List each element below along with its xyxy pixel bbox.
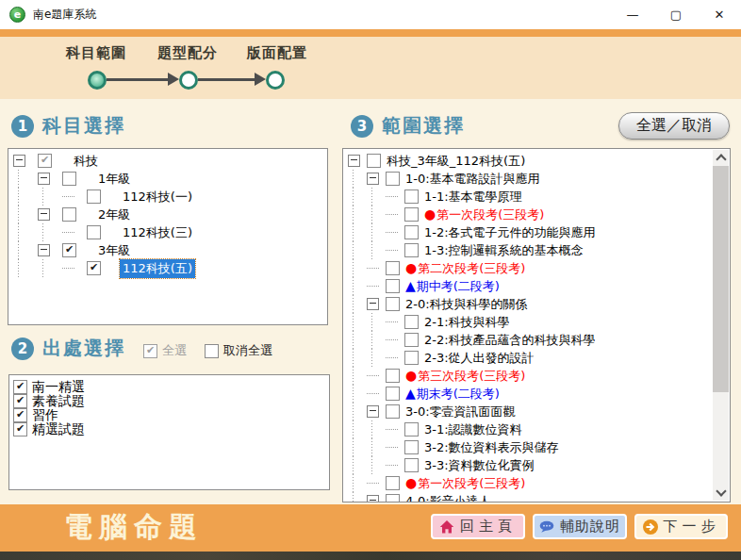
tree-item-label[interactable]: ▲期中考(二段考) (403, 277, 502, 296)
tree-checkbox[interactable] (404, 422, 419, 436)
tree-checkbox[interactable] (404, 225, 419, 239)
step-circle-1-active-icon (88, 71, 107, 90)
tree-checkbox[interactable] (87, 189, 101, 204)
tree-item-label[interactable]: 1-0:基本電路設計與應用 (403, 170, 543, 189)
tree-item-label[interactable]: ●第二次段考(三段考) (403, 259, 528, 278)
tree-item-label[interactable]: ●第一次段考(三段考) (403, 474, 528, 493)
help-button[interactable]: 輔助說明 (533, 514, 627, 539)
tree-checkbox[interactable] (386, 297, 400, 311)
tree-item-label[interactable]: 3-0:零壹資訊面面觀 (403, 403, 519, 421)
tree-guide-line (13, 170, 38, 188)
tree-checkbox[interactable] (87, 225, 101, 239)
scroll-up-button[interactable] (713, 150, 729, 165)
tree-item-label[interactable]: 2年級 (95, 206, 133, 224)
tree-item-label[interactable]: 3-2:數位資料表示與儲存 (421, 438, 562, 457)
maximize-button[interactable]: ▢ (654, 0, 698, 29)
tree-item-label[interactable]: 2-2:科技產品蘊含的科技與科學 (421, 331, 599, 350)
source-item-checkbox[interactable]: ✔ (13, 408, 27, 422)
vertical-scrollbar[interactable] (713, 150, 729, 501)
tree-collapse-minus-icon[interactable] (38, 244, 50, 256)
tree-item-label[interactable]: 3-3:資料數位化實例 (421, 456, 537, 475)
tree-row: 2-3:從人出發的設計 (348, 349, 711, 367)
close-button[interactable]: ✕ (698, 0, 741, 29)
tree-checkbox[interactable] (404, 315, 419, 329)
tree-checkbox[interactable] (386, 261, 400, 275)
tree-collapse-minus-icon[interactable] (367, 495, 379, 502)
tree-collapse-minus-icon[interactable] (38, 208, 50, 221)
tree-item-label[interactable]: 112科技(一) (120, 188, 195, 206)
tree-item-label[interactable]: 科技 (71, 152, 101, 171)
tree-item-label[interactable]: ▲期末考(二段考) (403, 385, 502, 404)
tree-checkbox[interactable] (404, 243, 419, 257)
tree-checkbox[interactable]: ✔ (87, 261, 101, 275)
tree-item-label[interactable]: ●第一次段考(三段考) (421, 206, 547, 224)
deselect-all-checkbox[interactable] (205, 344, 219, 358)
exam-red-circle-icon: ● (405, 368, 417, 383)
tree-checkbox[interactable] (367, 154, 381, 168)
tree-row: 科技_3年級_112科技(五) (348, 152, 711, 170)
scroll-down-button[interactable] (713, 486, 729, 501)
tree-checkbox[interactable] (404, 189, 419, 204)
tree-item-label[interactable]: 112科技(五) (120, 259, 195, 278)
tree-checkbox[interactable] (62, 172, 76, 186)
tree-checkbox[interactable] (404, 333, 419, 347)
tree-item-label[interactable]: 2-1:科技與科學 (421, 313, 513, 332)
tree-item-label[interactable]: ●第三次段考(三段考) (403, 367, 528, 386)
source-item-checkbox[interactable]: ✔ (13, 394, 27, 408)
tree-checkbox[interactable] (386, 172, 400, 186)
tree-checkbox[interactable] (386, 476, 400, 490)
source-item-checkbox[interactable]: ✔ (13, 380, 27, 394)
tree-item-label[interactable]: 1-2:各式電子元件的功能與應用 (421, 223, 599, 242)
select-deselect-all-button[interactable]: 全選／取消 (618, 112, 730, 140)
tree-checkbox[interactable] (404, 351, 419, 365)
tree-checkbox[interactable] (62, 207, 76, 222)
tree-item-label[interactable]: 3年級 (95, 241, 133, 260)
tree-collapse-minus-icon[interactable] (38, 173, 50, 185)
tree-checkbox[interactable]: ✔ (62, 243, 76, 257)
tree-collapse-minus-icon[interactable] (13, 155, 25, 167)
tree-checkbox[interactable] (404, 440, 419, 454)
tree-expander-cell (367, 405, 386, 418)
tree-expander-cell (386, 196, 404, 197)
tree-collapse-minus-icon[interactable] (367, 173, 379, 185)
home-button[interactable]: 回主頁 (431, 514, 525, 539)
tree-item-label[interactable]: 2-0:科技與科學的關係 (403, 295, 531, 314)
source-item-label[interactable]: 精選試題 (32, 421, 85, 438)
tree-item-label[interactable]: 4-0:影音小達人 (403, 492, 494, 503)
tree-checkbox[interactable] (386, 404, 400, 419)
tree-checkbox[interactable] (386, 279, 400, 293)
tree-checkbox[interactable] (386, 494, 400, 502)
tree-checkbox[interactable] (386, 369, 400, 383)
tree-checkbox[interactable] (404, 207, 419, 222)
tree-expander-cell (13, 155, 38, 167)
tree-expander-cell (367, 495, 386, 502)
tree-item-label[interactable]: 1年級 (95, 170, 133, 189)
select-all-checkbox[interactable]: ✔ (143, 344, 157, 358)
tree-guide-line (38, 259, 62, 277)
exam-blue-triangle-icon: ▲ (405, 386, 416, 401)
tree-collapse-minus-icon[interactable] (367, 405, 379, 418)
tree-row: 1-2:各式電子元件的功能與應用 (348, 223, 711, 241)
next-step-button[interactable]: 下一步 (634, 514, 728, 539)
tree-guide-line (348, 456, 367, 474)
tree-checkbox[interactable] (404, 458, 419, 472)
range-section-header: 3 範圍選擇 (351, 113, 465, 139)
tree-collapse-minus-icon[interactable] (348, 155, 360, 167)
tree-item-label[interactable]: 1-3:控制邏輯系統的基本概念 (421, 241, 586, 260)
tree-checkbox[interactable] (386, 387, 400, 401)
tree-item-text: 第一次段考(三段考) (436, 207, 544, 222)
tree-item-label[interactable]: 3-1:認識數位資料 (421, 420, 525, 439)
tree-item-label[interactable]: 112科技(三) (120, 223, 195, 242)
tree-item-label[interactable]: 1-1:基本電學原理 (421, 188, 525, 206)
minimize-button[interactable]: — (611, 0, 654, 29)
scrollbar-thumb[interactable] (713, 166, 729, 392)
step-connector-line (198, 78, 255, 81)
tree-item-text: 期中考(二段考) (417, 279, 500, 293)
tree-row: 2-1:科技與科學 (348, 313, 711, 331)
tree-item-label[interactable]: 2-3:從人出發的設計 (421, 349, 537, 368)
tree-collapse-minus-icon[interactable] (367, 298, 379, 310)
tree-guide-line (348, 170, 367, 188)
tree-checkbox[interactable]: ✔ (38, 154, 52, 168)
source-item-checkbox[interactable]: ✔ (13, 422, 27, 436)
tree-item-label[interactable]: 科技_3年級_112科技(五) (384, 152, 528, 171)
